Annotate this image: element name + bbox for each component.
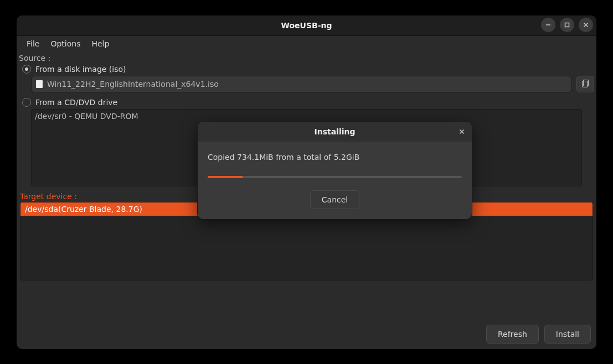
list-item[interactable]: /dev/sr0 - QEMU DVD-ROM: [35, 112, 578, 121]
dialog-body: Copied 734.1MiB from a total of 5.2GiB C…: [198, 142, 472, 219]
progress-bar: [208, 176, 462, 178]
menubar: File Options Help: [17, 36, 596, 51]
maximize-icon: [564, 22, 570, 28]
file-icon: [36, 80, 43, 88]
radio-from-cd-label: From a CD/DVD drive: [35, 98, 117, 107]
menu-file[interactable]: File: [21, 37, 45, 50]
radio-icon: [22, 98, 31, 107]
window-title: WoeUSB-ng: [281, 21, 332, 30]
install-button[interactable]: Install: [544, 325, 591, 344]
menu-options[interactable]: Options: [45, 37, 86, 50]
browse-iso-button[interactable]: [576, 76, 594, 92]
dialog-actions: Cancel: [208, 190, 462, 209]
minimize-icon: [545, 22, 552, 28]
close-icon: [583, 22, 589, 28]
refresh-button[interactable]: Refresh: [486, 325, 539, 344]
radio-from-iso-label: From a disk image (iso): [35, 65, 126, 74]
minimize-button[interactable]: [541, 18, 555, 32]
progress-message: Copied 734.1MiB from a total of 5.2GiB: [208, 153, 462, 162]
installing-dialog: Installing Copied 734.1MiB from a total …: [198, 122, 472, 219]
footer-actions: Refresh Install: [486, 325, 591, 344]
cancel-button[interactable]: Cancel: [310, 190, 359, 209]
close-button[interactable]: [579, 18, 593, 32]
dialog-close-button[interactable]: [456, 126, 467, 137]
window-controls: [541, 18, 593, 32]
dialog-title: Installing: [314, 127, 355, 136]
browse-icon: [581, 80, 590, 89]
iso-path-field[interactable]: Win11_22H2_EnglishInternational_x64v1.is…: [31, 76, 572, 92]
source-label: Source :: [19, 54, 594, 63]
menu-help[interactable]: Help: [86, 37, 115, 50]
radio-from-iso[interactable]: From a disk image (iso): [22, 65, 594, 74]
close-icon: [459, 128, 465, 135]
maximize-button[interactable]: [560, 18, 574, 32]
iso-picker-row: Win11_22H2_EnglishInternational_x64v1.is…: [31, 76, 594, 92]
iso-filename: Win11_22H2_EnglishInternational_x64v1.is…: [47, 80, 219, 89]
radio-icon: [22, 65, 31, 74]
titlebar: WoeUSB-ng: [17, 15, 596, 36]
radio-from-cd[interactable]: From a CD/DVD drive: [22, 98, 594, 107]
svg-rect-1: [565, 23, 569, 27]
progress-fill: [208, 176, 243, 178]
dialog-titlebar: Installing: [198, 122, 472, 142]
